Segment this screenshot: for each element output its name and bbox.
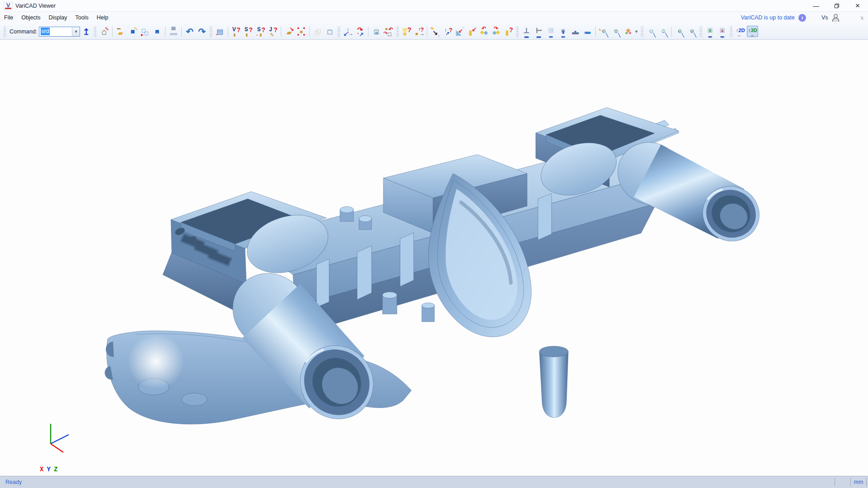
import-document-icon[interactable]: □□► [139,26,151,37]
view-plane-icon[interactable]: ■□▂ [545,26,557,37]
datum-angle-icon[interactable]: ⊢▂ [533,26,544,37]
update-status-text: VariCAD is up to date [741,14,795,21]
toolbar-separator [112,27,113,37]
info-icon[interactable]: i [798,14,806,22]
zoom-solid-icon[interactable]: ●○▪╲ [610,26,622,37]
toolbar-separator [228,27,228,37]
viewport-3d[interactable]: XYZ [0,40,868,476]
title-bar: V VariCAD Viewer — × [0,0,868,12]
rotate-object-icon[interactable]: ↷↗● [354,26,366,37]
display-mode-cube-icon[interactable]: ◆■■ [623,26,634,37]
view-cube-icon[interactable]: ■▀□ [371,26,382,37]
status-right: mm [835,476,868,488]
undo-icon[interactable]: ↶ [184,26,195,37]
toolbar-grip[interactable] [730,26,733,37]
model-intake-manifold[interactable] [0,40,868,476]
minimize-button[interactable]: — [806,0,826,11]
toolbar-separator [671,27,672,37]
view-3d-icon[interactable]: 3D↑→ [747,26,758,37]
measure-coordinates-icon[interactable]: ↑↗? [442,26,453,37]
menu-bar-right: VariCAD is up to date i Vs x [741,14,868,22]
command-input[interactable]: srd ▼ [39,27,80,37]
measure-object-icon[interactable]: ■↑→? [413,26,425,37]
pan-down-icon[interactable]: ■□↓▂ [717,26,728,37]
toolbar-separator [181,27,182,37]
zoom-window-icon[interactable]: ●○▭╲ [658,26,669,37]
toolbar-separator [368,27,368,37]
menu-tools[interactable]: Tools [71,12,93,23]
section-plane-icon[interactable]: ▬● [570,26,581,37]
surface-angle-2-icon[interactable]: ◆◆↷ [491,26,502,37]
toolbar-grip[interactable] [641,26,644,37]
section-solid-icon[interactable]: ─▬ [582,26,593,37]
shaded-cube-icon[interactable]: □▪ [324,26,335,37]
toolbar-separator [427,27,427,37]
window-title: VariCAD Viewer [15,3,56,9]
menu-file[interactable]: File [0,12,17,23]
dismiss-update-icon[interactable]: x [861,14,864,21]
varicad-logo-icon: V [4,2,13,10]
surface-angle-icon[interactable]: ◆◆↶ [478,26,490,37]
axis-labels: XYZ [40,465,57,473]
insert-block-icon[interactable]: ▰↘ [283,26,295,37]
toolbar-grip[interactable] [337,26,340,37]
zoom-next-icon[interactable]: ●○→╲ [686,26,698,37]
toolbar-grip[interactable] [209,26,212,37]
wireframe-cube-icon[interactable]: □□ [312,26,323,37]
save-file-icon[interactable]: ■▪✎ [127,26,138,37]
attributes-edit-icon[interactable]: J?✎ [267,26,278,37]
menu-display[interactable]: Display [45,12,71,23]
command-dropdown-button[interactable]: ▼ [72,27,80,36]
cylinder-info-icon[interactable]: ▮? [503,26,514,37]
toolbar-separator [309,27,310,37]
user-account-icon[interactable] [832,14,839,21]
close-button[interactable]: × [847,0,868,11]
view-plane-solid-icon[interactable]: ■▮▂ [557,26,569,37]
view-2d-icon[interactable]: 2D↑→ [735,26,746,37]
units-indicator: mm [851,479,866,485]
zoom-previous-icon[interactable]: ●○←╲ [674,26,685,37]
toolbar-grip[interactable] [516,26,519,37]
identify-object-icon[interactable]: ■▀? [401,26,412,37]
axis-label-z: Z [54,465,57,473]
attributes-v-icon[interactable]: V?▮ [231,26,242,37]
zoom-all-icon[interactable]: ●○▯╲ [646,26,657,37]
rotate-view-icon[interactable]: ■↶□↷ [383,26,394,37]
restore-button[interactable] [826,0,847,11]
attributes-set-icon[interactable]: S?▪▮ [255,26,266,37]
command-value-selected: srd [41,28,49,35]
status-text: Ready [0,479,22,485]
measure-angle-icon[interactable]: ◣↙○ [454,26,465,37]
measure-distance-icon[interactable]: ■↘○○ [429,26,441,37]
axis-label-y: Y [47,465,50,473]
vs-label: Vs [821,14,828,21]
export-view-icon[interactable]: ↥ [80,26,92,37]
status-bar: Ready mm [0,476,868,488]
open-file-icon[interactable]: ▰▬ [115,26,126,37]
menu-objects[interactable]: Objects [17,12,44,23]
restore-icon [835,4,839,8]
command-label: Command: [9,28,37,35]
measure-cylinder-icon[interactable]: ▮↙○ [466,26,477,37]
toolbar-grip[interactable] [94,26,97,37]
varicad-viewer-window: V VariCAD Viewer — × FileObjectsDisplayT… [0,0,868,488]
axis-triad-icon [51,424,69,452]
toolbar-grip[interactable] [699,26,703,37]
axis-label-x: X [40,465,43,473]
save-bitmap-icon[interactable]: ■▪▪ [151,26,163,37]
explode-icon[interactable]: ▲▲▼▼■ [296,26,307,37]
display-mode-dropdown[interactable]: ▼ [634,29,638,34]
home-view-icon[interactable]: ⌂✎ [99,26,110,37]
object-list-icon[interactable]: ▤▪ [214,26,226,37]
redo-icon[interactable]: ↷ [196,26,208,37]
toolbar-grip[interactable] [3,26,6,37]
pan-up-icon[interactable]: ■□↑▂ [704,26,716,37]
datum-perpendicular-icon[interactable]: ⊥▂ [521,26,532,37]
attributes-s-icon[interactable]: S?▮ [243,26,254,37]
menu-bar-items: FileObjectsDisplayToolsHelp [0,12,112,23]
menu-help[interactable]: Help [93,12,113,23]
move-object-icon[interactable]: ↑↙→● [342,26,354,37]
print-icon[interactable]: ▀▬▫ [168,26,179,37]
toolbar-grip[interactable] [396,26,399,37]
zoom-back-icon[interactable]: ●○←◣╲ [598,26,609,37]
